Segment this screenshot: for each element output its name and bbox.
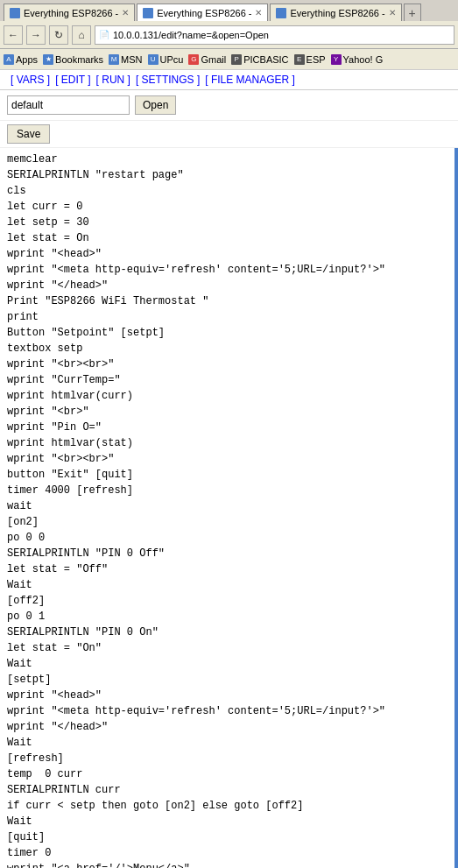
- bookmark-gmail-label: Gmail: [201, 54, 226, 65]
- tab-title-2: Everything ESP8266 -: [157, 8, 251, 18]
- file-open-bar: Open: [0, 90, 458, 121]
- nav-file-manager[interactable]: [ FILE MANAGER ]: [203, 74, 297, 86]
- open-button[interactable]: Open: [135, 95, 176, 115]
- tab-favicon-3: [276, 8, 286, 18]
- tab-title-3: Everything ESP8266 -: [290, 8, 384, 18]
- bookmark-bookmarks[interactable]: ★ Bookmarks: [43, 54, 103, 65]
- browser-tab-3[interactable]: Everything ESP8266 - ✕: [270, 4, 401, 21]
- new-tab-button[interactable]: +: [404, 4, 421, 21]
- code-editor[interactable]: memclear SERIALPRINTLN "restart page" cl…: [0, 148, 458, 868]
- bookmark-esp-label: ESP: [307, 54, 326, 65]
- bookmark-yahoo[interactable]: Y Yahoo! G: [331, 54, 384, 65]
- bookmark-apps-label: Apps: [16, 54, 38, 65]
- nav-run[interactable]: [ RUN ]: [95, 74, 132, 86]
- save-bar: Save: [0, 121, 458, 148]
- tab-favicon-1: [10, 8, 20, 18]
- tab-close-2[interactable]: ✕: [255, 8, 262, 18]
- refresh-button[interactable]: ↻: [49, 25, 68, 45]
- nav-edit[interactable]: [ EDIT ]: [53, 74, 92, 86]
- bookmark-msn[interactable]: M MSN: [109, 54, 142, 65]
- bookmark-gmail[interactable]: G Gmail: [188, 54, 226, 65]
- bookmarks-icon: ★: [43, 54, 53, 65]
- upcu-icon: U: [148, 54, 159, 65]
- browser-tab-1[interactable]: Everything ESP8266 - ✕: [4, 4, 135, 21]
- bookmark-upcu-label: UPcu: [160, 54, 184, 65]
- msn-icon: M: [109, 54, 119, 65]
- address-lock-icon: 📄: [99, 30, 109, 39]
- nav-vars[interactable]: [ VARS ]: [9, 74, 52, 86]
- bookmark-msn-label: MSN: [121, 54, 142, 65]
- tab-close-3[interactable]: ✕: [389, 8, 396, 18]
- yahoo-icon: Y: [331, 54, 342, 65]
- gmail-icon: G: [188, 54, 199, 65]
- address-bar[interactable]: 📄 10.0.0.131/edit?name=&open=Open: [95, 25, 454, 45]
- browser-tab-2[interactable]: Everything ESP8266 - ✕: [137, 4, 268, 21]
- bookmark-picbasic-label: PICBASIC: [243, 54, 288, 65]
- tab-title-1: Everything ESP8266 -: [24, 8, 118, 18]
- bookmark-esp[interactable]: E ESP: [294, 54, 326, 65]
- back-button[interactable]: ←: [4, 25, 23, 45]
- bookmark-upcu[interactable]: U UPcu: [148, 54, 184, 65]
- forward-button[interactable]: →: [26, 25, 46, 45]
- bookmark-picbasic[interactable]: P PICBASIC: [231, 54, 288, 65]
- bookmarks-bar: A Apps ★ Bookmarks M MSN U UPcu G Gmail …: [0, 49, 458, 70]
- tab-close-1[interactable]: ✕: [122, 8, 129, 18]
- apps-icon: A: [4, 54, 14, 65]
- top-nav: [ VARS ] [ EDIT ] [ RUN ] [ SETTINGS ] […: [0, 70, 458, 90]
- tab-favicon-2: [143, 8, 153, 18]
- page-content: [ VARS ] [ EDIT ] [ RUN ] [ SETTINGS ] […: [0, 70, 458, 868]
- address-text: 10.0.0.131/edit?name=&open=Open: [113, 30, 450, 40]
- bookmark-apps[interactable]: A Apps: [4, 54, 38, 65]
- picbasic-icon: P: [231, 54, 242, 65]
- browser-tabs: Everything ESP8266 - ✕ Everything ESP826…: [0, 0, 458, 21]
- esp-icon: E: [294, 54, 305, 65]
- bookmark-yahoo-label: Yahoo! G: [343, 54, 384, 65]
- nav-bar: ← → ↻ ⌂ 📄 10.0.0.131/edit?name=&open=Ope…: [0, 21, 458, 49]
- file-name-input[interactable]: [7, 95, 130, 115]
- bookmark-bookmarks-label: Bookmarks: [55, 54, 103, 65]
- save-button[interactable]: Save: [7, 124, 50, 144]
- nav-settings[interactable]: [ SETTINGS ]: [134, 74, 201, 86]
- home-button[interactable]: ⌂: [72, 25, 91, 45]
